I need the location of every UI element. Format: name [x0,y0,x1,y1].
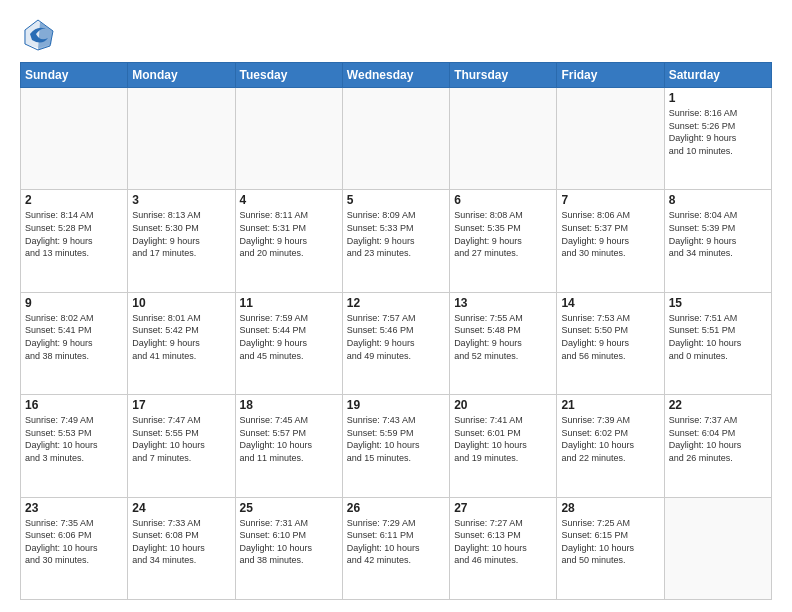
day-info: Sunrise: 8:02 AM Sunset: 5:41 PM Dayligh… [25,312,123,362]
logo-icon [20,16,56,52]
day-info: Sunrise: 7:35 AM Sunset: 6:06 PM Dayligh… [25,517,123,567]
day-info: Sunrise: 7:43 AM Sunset: 5:59 PM Dayligh… [347,414,445,464]
day-of-week-header: Saturday [664,63,771,88]
calendar-cell: 1Sunrise: 8:16 AM Sunset: 5:26 PM Daylig… [664,88,771,190]
page: SundayMondayTuesdayWednesdayThursdayFrid… [0,0,792,612]
day-number: 27 [454,501,552,515]
calendar-week-row: 1Sunrise: 8:16 AM Sunset: 5:26 PM Daylig… [21,88,772,190]
day-info: Sunrise: 8:04 AM Sunset: 5:39 PM Dayligh… [669,209,767,259]
day-info: Sunrise: 7:27 AM Sunset: 6:13 PM Dayligh… [454,517,552,567]
header [20,16,772,52]
day-number: 25 [240,501,338,515]
calendar-cell [21,88,128,190]
day-number: 13 [454,296,552,310]
day-info: Sunrise: 7:47 AM Sunset: 5:55 PM Dayligh… [132,414,230,464]
day-number: 24 [132,501,230,515]
calendar-cell: 21Sunrise: 7:39 AM Sunset: 6:02 PM Dayli… [557,395,664,497]
day-number: 22 [669,398,767,412]
day-info: Sunrise: 8:01 AM Sunset: 5:42 PM Dayligh… [132,312,230,362]
calendar-cell [557,88,664,190]
day-of-week-header: Monday [128,63,235,88]
calendar-cell: 23Sunrise: 7:35 AM Sunset: 6:06 PM Dayli… [21,497,128,599]
calendar-week-row: 23Sunrise: 7:35 AM Sunset: 6:06 PM Dayli… [21,497,772,599]
day-info: Sunrise: 7:37 AM Sunset: 6:04 PM Dayligh… [669,414,767,464]
day-number: 8 [669,193,767,207]
day-number: 17 [132,398,230,412]
day-info: Sunrise: 8:14 AM Sunset: 5:28 PM Dayligh… [25,209,123,259]
day-info: Sunrise: 7:33 AM Sunset: 6:08 PM Dayligh… [132,517,230,567]
day-number: 16 [25,398,123,412]
day-info: Sunrise: 7:29 AM Sunset: 6:11 PM Dayligh… [347,517,445,567]
calendar-cell: 28Sunrise: 7:25 AM Sunset: 6:15 PM Dayli… [557,497,664,599]
calendar-cell: 18Sunrise: 7:45 AM Sunset: 5:57 PM Dayli… [235,395,342,497]
calendar-cell [128,88,235,190]
svg-marker-1 [38,22,53,50]
calendar-cell: 19Sunrise: 7:43 AM Sunset: 5:59 PM Dayli… [342,395,449,497]
day-info: Sunrise: 7:59 AM Sunset: 5:44 PM Dayligh… [240,312,338,362]
calendar-cell: 14Sunrise: 7:53 AM Sunset: 5:50 PM Dayli… [557,292,664,394]
day-info: Sunrise: 7:53 AM Sunset: 5:50 PM Dayligh… [561,312,659,362]
day-info: Sunrise: 8:09 AM Sunset: 5:33 PM Dayligh… [347,209,445,259]
calendar-cell: 9Sunrise: 8:02 AM Sunset: 5:41 PM Daylig… [21,292,128,394]
day-number: 15 [669,296,767,310]
calendar-week-row: 2Sunrise: 8:14 AM Sunset: 5:28 PM Daylig… [21,190,772,292]
day-number: 4 [240,193,338,207]
day-number: 6 [454,193,552,207]
day-info: Sunrise: 7:25 AM Sunset: 6:15 PM Dayligh… [561,517,659,567]
day-info: Sunrise: 8:16 AM Sunset: 5:26 PM Dayligh… [669,107,767,157]
calendar-cell: 7Sunrise: 8:06 AM Sunset: 5:37 PM Daylig… [557,190,664,292]
calendar-cell: 20Sunrise: 7:41 AM Sunset: 6:01 PM Dayli… [450,395,557,497]
calendar-cell: 2Sunrise: 8:14 AM Sunset: 5:28 PM Daylig… [21,190,128,292]
day-number: 20 [454,398,552,412]
calendar-week-row: 9Sunrise: 8:02 AM Sunset: 5:41 PM Daylig… [21,292,772,394]
calendar-cell [342,88,449,190]
day-info: Sunrise: 8:13 AM Sunset: 5:30 PM Dayligh… [132,209,230,259]
calendar-cell: 16Sunrise: 7:49 AM Sunset: 5:53 PM Dayli… [21,395,128,497]
day-info: Sunrise: 8:11 AM Sunset: 5:31 PM Dayligh… [240,209,338,259]
day-info: Sunrise: 7:31 AM Sunset: 6:10 PM Dayligh… [240,517,338,567]
logo [20,16,60,52]
day-number: 26 [347,501,445,515]
day-info: Sunrise: 7:51 AM Sunset: 5:51 PM Dayligh… [669,312,767,362]
day-of-week-header: Tuesday [235,63,342,88]
calendar-cell: 3Sunrise: 8:13 AM Sunset: 5:30 PM Daylig… [128,190,235,292]
calendar-cell: 11Sunrise: 7:59 AM Sunset: 5:44 PM Dayli… [235,292,342,394]
calendar-cell: 10Sunrise: 8:01 AM Sunset: 5:42 PM Dayli… [128,292,235,394]
calendar-cell: 26Sunrise: 7:29 AM Sunset: 6:11 PM Dayli… [342,497,449,599]
calendar-cell: 4Sunrise: 8:11 AM Sunset: 5:31 PM Daylig… [235,190,342,292]
day-number: 21 [561,398,659,412]
day-number: 9 [25,296,123,310]
calendar-cell: 15Sunrise: 7:51 AM Sunset: 5:51 PM Dayli… [664,292,771,394]
day-number: 23 [25,501,123,515]
day-of-week-header: Wednesday [342,63,449,88]
calendar-cell [664,497,771,599]
day-number: 28 [561,501,659,515]
calendar-cell [450,88,557,190]
day-info: Sunrise: 7:49 AM Sunset: 5:53 PM Dayligh… [25,414,123,464]
day-info: Sunrise: 8:06 AM Sunset: 5:37 PM Dayligh… [561,209,659,259]
calendar-table: SundayMondayTuesdayWednesdayThursdayFrid… [20,62,772,600]
calendar-cell: 17Sunrise: 7:47 AM Sunset: 5:55 PM Dayli… [128,395,235,497]
day-of-week-header: Thursday [450,63,557,88]
day-number: 2 [25,193,123,207]
calendar-cell: 25Sunrise: 7:31 AM Sunset: 6:10 PM Dayli… [235,497,342,599]
day-info: Sunrise: 7:45 AM Sunset: 5:57 PM Dayligh… [240,414,338,464]
calendar-cell: 13Sunrise: 7:55 AM Sunset: 5:48 PM Dayli… [450,292,557,394]
days-header-row: SundayMondayTuesdayWednesdayThursdayFrid… [21,63,772,88]
day-number: 12 [347,296,445,310]
day-number: 10 [132,296,230,310]
day-info: Sunrise: 8:08 AM Sunset: 5:35 PM Dayligh… [454,209,552,259]
calendar-cell: 24Sunrise: 7:33 AM Sunset: 6:08 PM Dayli… [128,497,235,599]
day-number: 14 [561,296,659,310]
calendar-cell: 27Sunrise: 7:27 AM Sunset: 6:13 PM Dayli… [450,497,557,599]
day-of-week-header: Friday [557,63,664,88]
day-of-week-header: Sunday [21,63,128,88]
day-number: 7 [561,193,659,207]
day-number: 11 [240,296,338,310]
calendar-cell: 8Sunrise: 8:04 AM Sunset: 5:39 PM Daylig… [664,190,771,292]
day-number: 5 [347,193,445,207]
calendar-cell: 5Sunrise: 8:09 AM Sunset: 5:33 PM Daylig… [342,190,449,292]
day-number: 19 [347,398,445,412]
calendar-cell: 12Sunrise: 7:57 AM Sunset: 5:46 PM Dayli… [342,292,449,394]
day-number: 3 [132,193,230,207]
